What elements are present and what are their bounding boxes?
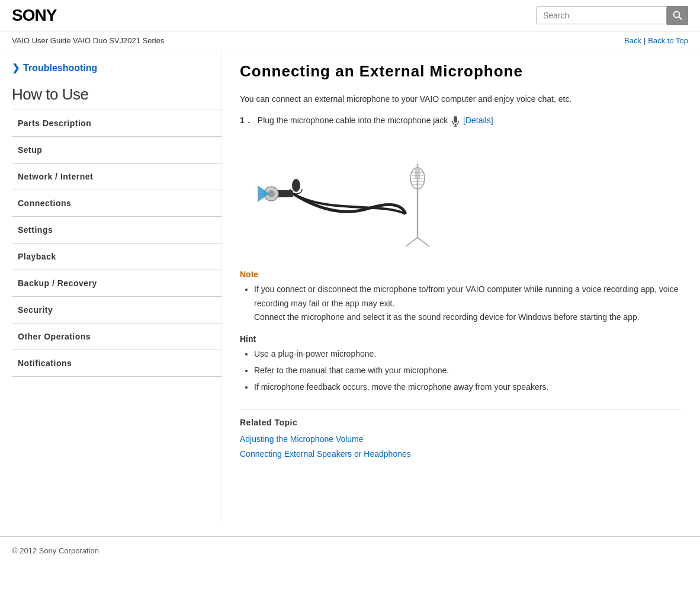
- related-link-2[interactable]: Connecting External Speakers or Headphon…: [240, 447, 682, 462]
- content-area: Connecting an External Microphone You ca…: [222, 50, 700, 524]
- svg-rect-19: [415, 168, 420, 180]
- sidebar-item-network-internet[interactable]: Network / Internet: [12, 164, 221, 190]
- note-section: Note If you connect or disconnect the mi…: [240, 270, 682, 325]
- hint-heading: Hint: [240, 334, 682, 344]
- back-to-top-link[interactable]: Back to Top: [648, 36, 688, 45]
- related-link-1[interactable]: Adjusting the Microphone Volume: [240, 432, 682, 447]
- separator: |: [644, 36, 646, 45]
- hint-item-2: Refer to the manual that came with your …: [254, 364, 682, 378]
- diagram-container: [240, 137, 465, 255]
- note-heading: Note: [240, 270, 682, 279]
- search-input[interactable]: [537, 7, 667, 24]
- sidebar-item-parts-description[interactable]: Parts Description: [12, 110, 221, 136]
- step-1: 1． Plug the microphone cable into the mi…: [240, 114, 682, 127]
- sidebar-item-playback[interactable]: Playback: [12, 244, 221, 270]
- breadcrumb-bar: VAIO User Guide VAIO Duo SVJ2021 Series …: [0, 31, 700, 50]
- copyright-text: © 2012 Sony Corporation: [12, 546, 99, 555]
- sidebar-item-setup[interactable]: Setup: [12, 137, 221, 163]
- hint-list: Use a plug-in-power microphone. Refer to…: [240, 347, 682, 394]
- step-number: 1．: [240, 114, 253, 127]
- sidebar-item-backup-recovery[interactable]: Backup / Recovery: [12, 270, 221, 296]
- back-link[interactable]: Back: [624, 36, 641, 45]
- note-item-1: If you connect or disconnect the microph…: [254, 283, 682, 325]
- sidebar-item-settings[interactable]: Settings: [12, 217, 221, 243]
- sidebar-item-security[interactable]: Security: [12, 297, 221, 323]
- how-to-use-heading: How to Use: [12, 85, 221, 104]
- search-icon: [673, 11, 682, 20]
- main-layout: Troubleshooting How to Use Parts Descrip…: [0, 50, 700, 524]
- sidebar-divider-10: [12, 376, 221, 377]
- svg-point-0: [674, 12, 680, 18]
- connection-diagram: [240, 137, 465, 255]
- troubleshooting-heading[interactable]: Troubleshooting: [12, 62, 221, 73]
- hint-item-3: If microphone feedback occurs, move the …: [254, 380, 682, 395]
- hint-item-1: Use a plug-in-power microphone.: [254, 347, 682, 361]
- svg-point-15: [292, 179, 300, 192]
- footer: © 2012 Sony Corporation: [0, 536, 700, 565]
- note-list: If you connect or disconnect the microph…: [240, 283, 682, 325]
- sidebar: Troubleshooting How to Use Parts Descrip…: [0, 50, 222, 524]
- microphone-jack-icon: [451, 116, 460, 127]
- step-1-text: Plug the microphone cable into the micro…: [258, 114, 493, 127]
- svg-line-26: [418, 238, 429, 246]
- intro-text: You can connect an external microphone t…: [240, 92, 682, 105]
- related-topic-section: Related Topic Adjusting the Microphone V…: [240, 409, 682, 462]
- header: SONY: [0, 0, 700, 31]
- hint-section: Hint Use a plug-in-power microphone. Ref…: [240, 334, 682, 394]
- sony-logo: SONY: [12, 6, 56, 25]
- related-topic-heading: Related Topic: [240, 418, 682, 427]
- sidebar-item-connections[interactable]: Connections: [12, 190, 221, 216]
- search-area: [537, 6, 688, 25]
- svg-line-1: [679, 17, 682, 20]
- svg-rect-2: [454, 116, 457, 123]
- page-title: Connecting an External Microphone: [240, 62, 682, 81]
- details-link[interactable]: [Details]: [463, 116, 493, 125]
- sidebar-item-notifications[interactable]: Notifications: [12, 350, 221, 376]
- search-button[interactable]: [667, 6, 688, 25]
- svg-line-25: [406, 238, 418, 246]
- sidebar-item-other-operations[interactable]: Other Operations: [12, 323, 221, 350]
- guide-title: VAIO User Guide VAIO Duo SVJ2021 Series: [12, 36, 164, 45]
- nav-links: Back | Back to Top: [624, 36, 688, 45]
